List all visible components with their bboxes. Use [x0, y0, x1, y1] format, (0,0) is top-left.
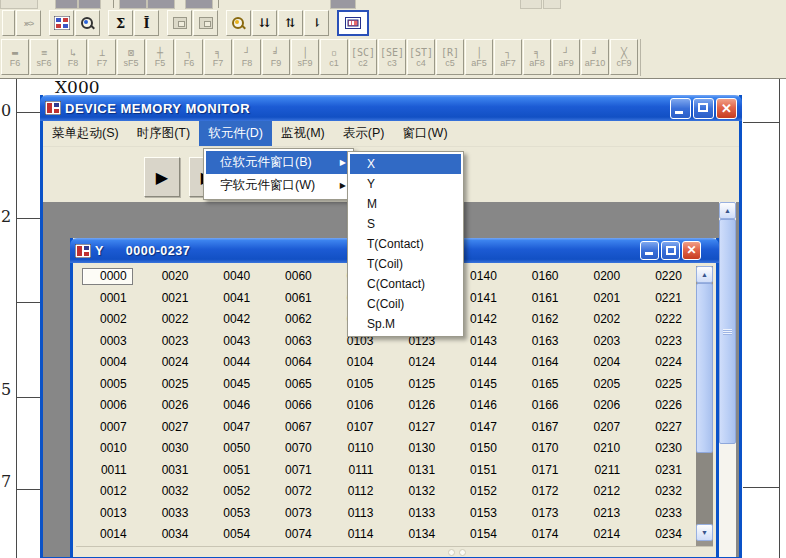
ladder-symbol-button-cF9[interactable]: ╳cF9: [610, 39, 638, 75]
device-cell[interactable]: 0126: [386, 395, 448, 417]
device-cell[interactable]: 0202: [572, 309, 634, 331]
device-cell[interactable]: 0025: [140, 374, 202, 396]
device-cell[interactable]: 0061: [263, 288, 325, 310]
menubar-item-4[interactable]: 监视(M): [272, 121, 334, 146]
device-cell[interactable]: 0063: [263, 331, 325, 353]
device-cell[interactable]: 0161: [510, 288, 572, 310]
scroll-up-button[interactable]: ▲: [696, 266, 713, 283]
window-cascade-button[interactable]: [167, 10, 192, 36]
device-cell[interactable]: 0024: [140, 352, 202, 374]
device-cell[interactable]: 0031: [140, 460, 202, 482]
device-cell[interactable]: 0150: [448, 438, 510, 460]
device-test-button-3[interactable]: ⇂: [304, 10, 329, 36]
device-cell[interactable]: 0105: [325, 374, 387, 396]
device-cell[interactable]: 0010: [78, 438, 140, 460]
edit-compare-button[interactable]: x<>: [16, 10, 41, 36]
device-cell[interactable]: 0172: [510, 481, 572, 503]
device-cell[interactable]: 0132: [386, 481, 448, 503]
device-test-button-1[interactable]: ⇊: [252, 10, 277, 36]
device-cell[interactable]: 0230: [633, 438, 695, 460]
device-cell[interactable]: 0224: [633, 352, 695, 374]
device-cell[interactable]: 0020: [140, 266, 202, 288]
device-cell[interactable]: 0070: [263, 438, 325, 460]
device-cell[interactable]: 0044: [201, 352, 263, 374]
device-cell[interactable]: 0165: [510, 374, 572, 396]
device-monitor-toggle-button[interactable]: [337, 10, 369, 36]
device-cell[interactable]: 0001: [78, 288, 140, 310]
device-cell[interactable]: 0032: [140, 481, 202, 503]
device-cell[interactable]: 0022: [140, 309, 202, 331]
device-cell[interactable]: 0233: [633, 503, 695, 525]
device-cell[interactable]: 0223: [633, 331, 695, 353]
device-cell[interactable]: 0125: [386, 374, 448, 396]
device-cell[interactable]: 0225: [633, 374, 695, 396]
ladder-symbol-button-c1[interactable]: ▫c1: [320, 39, 348, 75]
device-cell[interactable]: 0174: [510, 524, 572, 546]
ladder-symbol-button-c4[interactable]: [ST]c4: [407, 39, 435, 75]
scroll-track[interactable]: [696, 453, 713, 524]
device-cell[interactable]: 0030: [140, 438, 202, 460]
device-cell[interactable]: 0026: [140, 395, 202, 417]
device-cell[interactable]: 0130: [386, 438, 448, 460]
ladder-symbol-button-c5[interactable]: [R]c5: [436, 39, 464, 75]
device-cell[interactable]: 0227: [633, 417, 695, 439]
device-cell[interactable]: 0054: [201, 524, 263, 546]
ladder-symbol-button-aF5[interactable]: │aF5: [465, 39, 493, 75]
ladder-symbol-button-F7[interactable]: ⊥F7: [88, 39, 116, 75]
device-cell[interactable]: 0011: [78, 460, 140, 482]
scroll-up-button[interactable]: ▲: [719, 202, 736, 219]
device-test-button-2[interactable]: ⇅: [278, 10, 303, 36]
y-horizontal-scrollbar[interactable]: [76, 546, 713, 557]
ladder-symbol-button-sF6[interactable]: ≡sF6: [30, 39, 58, 75]
device-cell[interactable]: 0144: [448, 352, 510, 374]
device-cell[interactable]: 0000: [78, 266, 140, 288]
device-cell[interactable]: 0060: [263, 266, 325, 288]
menubar-item-6[interactable]: 窗口(W): [393, 121, 456, 146]
convert-run-button[interactable]: Ī: [134, 10, 159, 36]
device-cell[interactable]: 0232: [633, 481, 695, 503]
device-cell[interactable]: 0211: [572, 460, 634, 482]
bit-device-item-S[interactable]: S: [350, 214, 461, 234]
device-cell[interactable]: 0066: [263, 395, 325, 417]
device-cell[interactable]: 0023: [140, 331, 202, 353]
device-cell[interactable]: 0234: [633, 524, 695, 546]
ladder-symbol-button-c3[interactable]: [SE]c3: [378, 39, 406, 75]
device-cell[interactable]: 0014: [78, 524, 140, 546]
bit-device-item-T(Contact)[interactable]: T(Contact): [350, 234, 461, 254]
device-cell[interactable]: 0163: [510, 331, 572, 353]
scroll-thumb[interactable]: [696, 283, 713, 453]
device-cell[interactable]: 0062: [263, 309, 325, 331]
bit-device-item-C(Coil)[interactable]: C(Coil): [350, 294, 461, 314]
device-cell[interactable]: 0207: [572, 417, 634, 439]
ladder-symbol-button-F6[interactable]: ▬F6: [1, 39, 29, 75]
device-cell[interactable]: 0147: [448, 417, 510, 439]
y-close-button[interactable]: ✕: [682, 241, 701, 260]
device-cell[interactable]: 0164: [510, 352, 572, 374]
device-cell[interactable]: 0013: [78, 503, 140, 525]
device-cell[interactable]: 0134: [386, 524, 448, 546]
device-cell[interactable]: 0220: [633, 266, 695, 288]
device-cell[interactable]: 0053: [201, 503, 263, 525]
ladder-symbol-button-aF9[interactable]: ┘aF9: [552, 39, 580, 75]
device-cell[interactable]: 0127: [386, 417, 448, 439]
device-cell[interactable]: 0231: [633, 460, 695, 482]
device-cell[interactable]: 0107: [325, 417, 387, 439]
device-cell[interactable]: 0045: [201, 374, 263, 396]
monitor-mode-button[interactable]: [75, 10, 100, 36]
monitor-close-button[interactable]: ✕: [716, 98, 737, 119]
device-cell[interactable]: 0166: [510, 395, 572, 417]
ladder-symbol-button-aF7[interactable]: ┐aF7: [494, 39, 522, 75]
y-vertical-scrollbar[interactable]: ▲ ▼: [696, 266, 713, 547]
device-cell[interactable]: 0021: [140, 288, 202, 310]
device-cell[interactable]: 0153: [448, 503, 510, 525]
y-maximize-button[interactable]: [661, 241, 680, 260]
device-cell[interactable]: 0050: [201, 438, 263, 460]
device-cell[interactable]: 0104: [325, 352, 387, 374]
monitor-maximize-button[interactable]: [693, 98, 714, 119]
device-cell[interactable]: 0041: [201, 288, 263, 310]
device-cell[interactable]: 0221: [633, 288, 695, 310]
device-cell[interactable]: 0042: [201, 309, 263, 331]
menubar-item-2[interactable]: 时序图(T): [128, 121, 199, 146]
device-cell[interactable]: 0046: [201, 395, 263, 417]
device-menu-item-2[interactable]: 字软元件窗口(W)▶: [206, 174, 351, 197]
